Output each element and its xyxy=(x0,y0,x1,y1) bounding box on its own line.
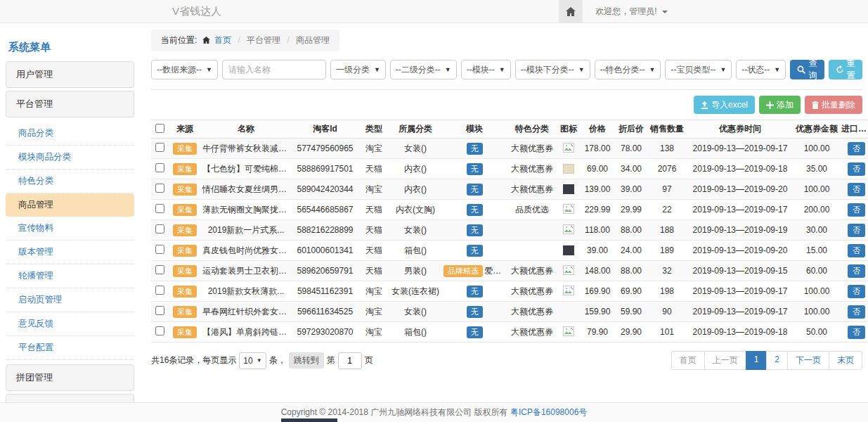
row-checkbox[interactable] xyxy=(155,265,164,274)
product-name-cell: 薄款无钢圈文胸聚拢性... xyxy=(201,200,291,220)
toolbar: 导入excel 添加 批量删除 xyxy=(151,96,862,114)
page-button-2[interactable]: 2 xyxy=(766,351,788,370)
home-button[interactable] xyxy=(559,0,583,23)
module-badge[interactable]: 无 xyxy=(467,204,483,216)
module-badge[interactable]: 无 xyxy=(467,245,483,257)
price-cell: 159.90 xyxy=(580,302,615,322)
sidebar-subitem[interactable]: 平台配置 xyxy=(6,336,134,360)
imported-toggle-button[interactable]: 否 xyxy=(848,142,865,155)
sidebar-subitem[interactable]: 轮播管理 xyxy=(6,264,134,288)
import-excel-label: 导入excel xyxy=(711,99,748,111)
item-type-select[interactable]: --宝贝类型--▼ xyxy=(665,60,732,79)
type-cell: 天猫 xyxy=(359,220,389,241)
source-cell: 采集 xyxy=(169,281,201,302)
jump-to-button[interactable]: 跳转到 xyxy=(289,352,324,369)
batch-delete-label: 批量删除 xyxy=(822,99,855,111)
reset-label: 重置 xyxy=(847,58,855,82)
source-cell: 采集 xyxy=(169,220,201,241)
imported-toggle-button[interactable]: 否 xyxy=(848,285,865,298)
module-sub-category-select[interactable]: --模块下分类--▼ xyxy=(515,60,590,79)
broken-image-icon xyxy=(563,206,574,216)
row-checkbox[interactable] xyxy=(155,204,164,213)
category-cell: 女装(连衣裙) xyxy=(389,281,442,302)
page-button-末页[interactable]: 末页 xyxy=(829,351,862,370)
coupon-time-cell: 2019-09-13—2019-09-17 xyxy=(687,281,793,302)
table-row: 采集【港风】单肩斜跨链条...597293020870淘宝箱包()无大额优惠券7… xyxy=(151,322,868,343)
module-badge[interactable]: 无 xyxy=(467,326,483,338)
row-checkbox[interactable] xyxy=(155,224,164,234)
sales-count-cell: 198 xyxy=(647,281,687,302)
type-cell: 天猫 xyxy=(359,241,389,261)
search-button[interactable]: 查询 xyxy=(790,60,824,79)
name-input[interactable] xyxy=(222,60,326,79)
user-menu[interactable]: 欢迎您，管理员! xyxy=(595,6,668,18)
sidebar-subitem[interactable]: 宣传物料 xyxy=(6,217,134,241)
imported-cell: 否 xyxy=(840,220,868,241)
reset-button[interactable]: 重置 xyxy=(829,60,862,79)
product-name-cell: 运动套装男士卫衣初秋... xyxy=(201,261,291,281)
level2-category-select[interactable]: --二级分类--▼ xyxy=(390,60,457,79)
batch-delete-button[interactable]: 批量删除 xyxy=(805,96,862,114)
imported-toggle-button[interactable]: 否 xyxy=(848,244,865,257)
status-select[interactable]: --状态--▼ xyxy=(736,60,786,79)
type-cell: 淘宝 xyxy=(359,302,389,322)
sidebar-item[interactable]: 平台管理 xyxy=(6,91,134,117)
coupon-amount-cell: 60.00 xyxy=(793,261,840,281)
row-checkbox[interactable] xyxy=(155,163,164,172)
taoke-id-cell: 597293020870 xyxy=(291,322,359,343)
sidebar-subitem[interactable]: 特色分类 xyxy=(6,170,134,193)
imported-toggle-button[interactable]: 否 xyxy=(848,224,865,237)
coupon-amount-cell: 100.00 xyxy=(793,139,840,159)
row-checkbox[interactable] xyxy=(155,326,164,335)
imported-toggle-button[interactable]: 否 xyxy=(848,264,865,278)
breadcrumb-home-link[interactable]: 首页 xyxy=(214,35,231,45)
sidebar-item[interactable]: 用户管理 xyxy=(6,61,134,88)
row-checkbox[interactable] xyxy=(155,306,164,315)
select-all-checkbox[interactable] xyxy=(155,124,164,133)
source-badge: 采集 xyxy=(173,326,197,338)
sidebar-subitem[interactable]: 商品管理 xyxy=(6,193,134,217)
row-checkbox[interactable] xyxy=(155,143,164,152)
source-badge: 采集 xyxy=(173,306,197,318)
broken-image-icon xyxy=(563,145,574,155)
row-checkbox[interactable] xyxy=(155,184,164,193)
type-cell: 天猫 xyxy=(359,159,389,179)
row-checkbox[interactable] xyxy=(155,245,164,254)
feature-category-select[interactable]: --特色分类--▼ xyxy=(595,60,661,79)
imported-toggle-button[interactable]: 否 xyxy=(848,326,865,339)
category-cell: 女装() xyxy=(389,220,442,241)
sidebar-subitem[interactable]: 启动页管理 xyxy=(6,288,134,312)
category-cell: 男装() xyxy=(389,261,442,281)
module-badge[interactable]: 无 xyxy=(467,306,483,318)
module-badge[interactable]: 品牌精选 xyxy=(443,265,483,277)
import-excel-button[interactable]: 导入excel xyxy=(694,96,755,114)
sidebar-subitem[interactable]: 商品分类 xyxy=(6,122,134,146)
module-badge[interactable]: 无 xyxy=(467,143,483,155)
page-button-1[interactable]: 1 xyxy=(746,351,767,370)
page-number-input[interactable] xyxy=(338,352,362,369)
column-header-7: 特色分类 xyxy=(507,120,557,139)
module-select[interactable]: --模块--▼ xyxy=(461,60,511,79)
sidebar-subitem[interactable]: 版本管理 xyxy=(6,241,134,264)
module-badge[interactable]: 无 xyxy=(467,184,483,196)
module-cell: 无 xyxy=(442,139,507,159)
sidebar-subitem[interactable]: 模块商品分类 xyxy=(6,146,134,170)
module-badge[interactable]: 无 xyxy=(467,224,483,236)
imported-toggle-button[interactable]: 否 xyxy=(848,305,865,319)
type-cell: 淘宝 xyxy=(359,281,389,302)
imported-toggle-button[interactable]: 否 xyxy=(848,162,865,176)
sidebar-item[interactable]: 拼团管理 xyxy=(6,364,134,391)
sales-count-cell: 188 xyxy=(647,220,687,241)
level1-category-select[interactable]: 一级分类▼ xyxy=(330,60,386,79)
imported-toggle-button[interactable]: 否 xyxy=(848,203,865,217)
row-checkbox[interactable] xyxy=(155,286,164,295)
data-source-select[interactable]: --数据来源--▼ xyxy=(151,60,218,79)
imported-toggle-button[interactable]: 否 xyxy=(848,183,865,196)
module-badge[interactable]: 无 xyxy=(467,163,483,175)
add-button[interactable]: 添加 xyxy=(759,96,801,114)
page-button-下一页[interactable]: 下一页 xyxy=(787,351,829,370)
module-badge[interactable]: 无 xyxy=(467,286,483,298)
page-size-select[interactable]: 10▼ xyxy=(239,352,266,369)
icp-link[interactable]: 粤ICP备16098006号 xyxy=(510,407,587,418)
sidebar-subitem[interactable]: 意见反馈 xyxy=(6,312,134,336)
